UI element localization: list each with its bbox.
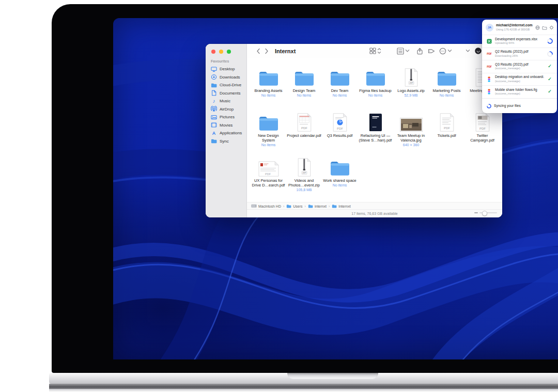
file-item-design-team[interactable]: Design Team No items: [286, 66, 322, 111]
folder-icon: [364, 68, 388, 87]
breadcrumb-internxt[interactable]: Internxt: [332, 204, 350, 208]
account-email: michael@internxt.com: [496, 23, 533, 27]
sidebar-item-label: Desktop: [220, 67, 235, 71]
folder-icon: [211, 138, 217, 144]
close-button[interactable]: [211, 50, 215, 54]
file-item-q3-results-pdf[interactable]: PDF Q3 Results.pdf: [322, 111, 358, 156]
success-check-icon: ✓: [548, 64, 552, 69]
gear-button[interactable]: [549, 23, 554, 32]
pdf-image-file-icon: PDF: [475, 113, 490, 132]
breadcrumb-label: Users: [293, 205, 302, 208]
file-name: Design Team: [293, 88, 316, 93]
file-item-tickets-pdf[interactable]: PDF Tickets.pdf: [429, 111, 464, 156]
pdf-file-icon: PDF: [440, 113, 454, 132]
pdf-calendar-file-icon: PDF: [297, 113, 312, 132]
forward-button[interactable]: [262, 46, 271, 56]
file-item-marketing-posts[interactable]: Marketing Posts No items: [429, 66, 464, 111]
progress-ring-icon: [547, 51, 553, 57]
document-icon: [211, 90, 217, 96]
pdf-file-icon: PDF: [487, 52, 491, 55]
file-item-team-meetup-in-valencia-jpg[interactable]: Team Meetup in Valencia.jpg 640 × 360: [393, 111, 429, 156]
sidebar-item-label: AirDrop: [220, 107, 234, 112]
file-item-branding-assets[interactable]: Branding Assets No items: [251, 66, 286, 111]
file-subtitle: No items: [261, 143, 276, 147]
globe-button[interactable]: [535, 23, 540, 32]
file-item-ux-personas-for-drive-d-earch-pdf[interactable]: PDF UX Personas for Drive D…earch.pdf: [251, 156, 286, 201]
file-item-logo-assets-zip[interactable]: ZIP Logo Assets.zip 52,9 MB: [393, 66, 429, 111]
file-subtitle: 52,9 MB: [404, 93, 417, 97]
breadcrumb-separator: ›: [305, 205, 306, 208]
file-item-new-design-system[interactable]: New Design System No items: [251, 111, 286, 156]
group-by-button[interactable]: [397, 48, 410, 55]
overflow-button[interactable]: [466, 49, 470, 53]
widget-footer: Syncing your files: [482, 98, 557, 113]
sync-item-mobile-share-folder-flows-fig[interactable]: Mobile share folder flows.fig (success_m…: [482, 85, 557, 98]
view-mode-button[interactable]: [369, 48, 381, 54]
share-button[interactable]: [416, 48, 423, 55]
sidebar-item-downloads[interactable]: Downloads: [206, 73, 246, 82]
sync-status-label: Syncing your files: [494, 104, 521, 107]
icon-size-slider[interactable]: [474, 212, 497, 213]
gear-icon: [549, 25, 554, 30]
file-item-videos-and-photos-event-zip[interactable]: ZIP Videos and Photos…event.zip 105,8 MB: [286, 156, 322, 201]
actions-button[interactable]: [439, 48, 452, 55]
file-item-dev-team[interactable]: Dev Team No items: [322, 66, 358, 111]
window-controls: [211, 50, 231, 54]
file-item-figma-files-backup[interactable]: Figma files backup No items: [358, 66, 393, 111]
folder-icon: [328, 68, 352, 87]
sidebar-item-pictures[interactable]: Pictures: [206, 113, 246, 121]
file-item-project-calendar-pdf[interactable]: PDF Project calendar.pdf: [286, 111, 322, 156]
file-name: Logo Assets.zip: [397, 88, 425, 93]
folder-button[interactable]: [542, 23, 547, 32]
book-cover-icon: [369, 113, 382, 132]
back-button[interactable]: [254, 46, 262, 56]
sidebar-item-desktop[interactable]: Desktop: [206, 65, 246, 73]
sidebar-item-documents[interactable]: Documents: [206, 89, 246, 98]
svg-text:PDF: PDF: [301, 127, 307, 130]
sidebar-item-sync[interactable]: Sync: [206, 137, 246, 146]
slider-knob[interactable]: [482, 211, 487, 216]
sidebar-item-music[interactable]: ♪Music: [206, 97, 246, 105]
zip-file-icon: ZIP: [405, 68, 418, 87]
sidebar-item-label: Movies: [220, 123, 233, 128]
zoom-button[interactable]: [227, 50, 231, 54]
sync-item-q2-results-2022-pdf[interactable]: PDF Q2 Results (2022).pdf Downloading 26…: [482, 48, 557, 60]
sidebar-section-label: Favourites: [211, 59, 229, 63]
macbook-deck-shadow: [49, 389, 558, 392]
breadcrumb-macintosh-hd[interactable]: Macintosh HD: [251, 204, 281, 208]
progress-ring-icon: [547, 38, 553, 44]
macbook-lid-notch: [287, 373, 378, 379]
excel-file-icon: [487, 39, 492, 44]
sync-item-name: Mobile share folder flows.fig: [495, 88, 544, 92]
file-item-twitter-campaign-pdf[interactable]: PDF Twitter Campaign.pdf: [464, 111, 500, 156]
breadcrumb-internxt[interactable]: internxt: [308, 204, 327, 208]
svg-text:ZIP: ZIP: [409, 82, 413, 84]
sync-item-development-expenses-xlsx[interactable]: Development expenses.xlsx Uploading 64%: [482, 35, 557, 48]
tags-button[interactable]: [428, 48, 435, 54]
file-item-work-shared-space[interactable]: Work shared space No items: [322, 156, 358, 201]
sidebar-item-label: Cloud-Drive: [220, 83, 241, 87]
breadcrumb-users[interactable]: Users: [286, 204, 302, 208]
sync-item-desktop-migration-and-onboardi[interactable]: Desktop migration and onboardi… (success…: [482, 73, 557, 86]
sidebar-item-airdrop[interactable]: AirDrop: [206, 105, 246, 114]
sidebar-item-movies[interactable]: Movies: [206, 121, 246, 130]
sidebar-item-cloud-drive[interactable]: Cloud-Drive: [206, 81, 246, 89]
sync-spinner-icon: [487, 101, 491, 111]
drive-icon: [251, 204, 257, 208]
sync-item-q3-results-2022-pdf[interactable]: PDF Q3 Results (2022).pdf (success_messa…: [482, 60, 557, 73]
internxt-app-button[interactable]: [475, 48, 482, 54]
file-subtitle: 640 × 360: [403, 143, 419, 147]
file-item-refactoring-ui-steve-s-han-pdf[interactable]: Refactoring UI — (Steve S…han).pdf: [358, 111, 393, 156]
pdf-file-icon: PDF: [487, 65, 491, 68]
breadcrumb-separator: ›: [283, 205, 284, 208]
status-bar: 17 items, 76,63 GB available: [247, 209, 502, 217]
sidebar-item-applications[interactable]: AApplications: [206, 129, 246, 137]
figma-file-icon: [487, 89, 491, 95]
minimize-button[interactable]: [219, 50, 223, 54]
svg-text:ZIP: ZIP: [302, 171, 306, 174]
path-bar: Macintosh HD›Users›internxt›Internxt: [247, 202, 502, 210]
success-check-icon: ✓: [548, 77, 552, 82]
sync-item-status: (success_message): [495, 92, 544, 96]
folder-icon: [292, 68, 316, 87]
avatar: JA: [486, 24, 493, 32]
